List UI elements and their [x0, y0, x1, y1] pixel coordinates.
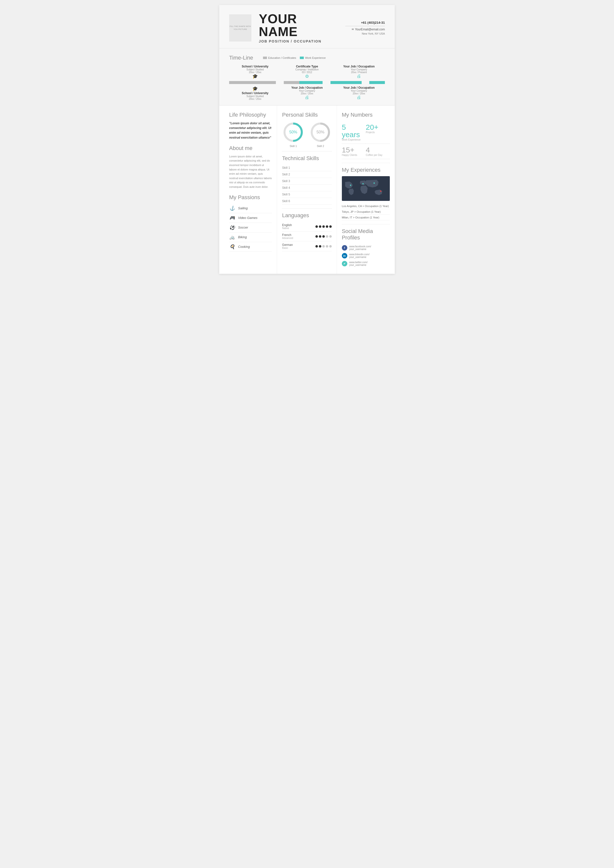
- number-coffee: 4 Coffee per Day: [366, 144, 390, 159]
- timeline-row-bottom: 🎓 School / University Subject Studied 20…: [229, 86, 385, 100]
- avatar-label: FILL THE SHAPE WITH YOU PICTURE: [229, 25, 251, 30]
- timeline-row-top: School / University Subject Studied 20xx…: [229, 65, 385, 79]
- soccer-icon: ⚽: [229, 225, 235, 230]
- exp-location-2: Milan, IT > Occupation (1 Year): [342, 215, 390, 220]
- facebook-url: www.facebook.com/ your_username: [349, 245, 371, 251]
- svg-point-8: [380, 191, 381, 192]
- skill1-label: Skill 1: [282, 144, 304, 147]
- videogames-icon: 🎮: [229, 215, 235, 221]
- number-years-label: Work Experience: [342, 138, 366, 141]
- tl-icon-cert: ⚙: [305, 74, 309, 79]
- tl-item-b1: Your Job / Occupation Your Company 20xx …: [281, 86, 333, 100]
- number-projects: 20+ Projects: [366, 121, 390, 144]
- dot-f-2: [319, 235, 321, 238]
- my-experiences-title: My Experiences: [342, 167, 390, 173]
- tech-skill-1: Skill 2: [282, 171, 331, 178]
- languages-title: Languages: [282, 212, 331, 219]
- exp-location-0: Los Angeles, CA > Occupation (1 Year): [342, 203, 390, 209]
- legend-edu-label: Education / Certificates: [268, 56, 296, 59]
- tech-skill-0: Skill 1: [282, 164, 331, 171]
- tech-skill-5: Skill 6: [282, 198, 331, 205]
- svg-point-5: [350, 184, 351, 186]
- skills-charts: 50% Skill 1 50% Skill 2: [282, 121, 331, 147]
- life-philosophy-title: Life Philosophy: [229, 112, 272, 118]
- tl-item-b2: Your Job / Occupation Your Company 20xx …: [333, 86, 385, 100]
- dot-e-1: [316, 225, 318, 228]
- linkedin-url: www.linkedin.com/ your_username: [349, 253, 370, 259]
- tl-seg-5: [369, 81, 385, 84]
- lang-level-french: Advanced: [282, 237, 293, 239]
- life-quote: "Lorem ipsum dolor sit amet, consectetur…: [229, 121, 272, 140]
- about-me-text: Lorem ipsum dolor sit amet, consectetur …: [229, 154, 272, 189]
- facebook-icon: f: [342, 245, 347, 251]
- col-right: My Numbers 5 years Work Experience 20+ P…: [337, 105, 395, 274]
- timeline-title: Time-Line: [229, 54, 253, 61]
- tl-seg-gap-1: [276, 81, 284, 84]
- dot-e-4: [326, 225, 328, 228]
- passion-cooking: 🍳 Cooking: [229, 242, 272, 252]
- number-coffee-value: 4: [366, 146, 390, 154]
- tl-item-2: Your Job / Occupation Your Company 20xx …: [333, 65, 385, 79]
- email-address: YourEmail@email.com: [355, 28, 385, 31]
- sailing-icon: ⚓: [229, 206, 235, 211]
- dot-g-1: [316, 245, 318, 248]
- contact-info: +61 (403)214-31 ✉ YourEmail@email.com Ne…: [345, 21, 385, 35]
- tl-seg-3: [299, 81, 323, 84]
- divider-1: [282, 151, 331, 152]
- social-facebook: f www.facebook.com/ your_username: [342, 244, 390, 252]
- passion-label-videogames: Video Games: [238, 216, 258, 220]
- lang-german: German Basic: [282, 242, 331, 251]
- tl-icon-job-1: 🖨: [305, 95, 309, 100]
- lang-english: English Native: [282, 222, 331, 231]
- linkedin-icon: in: [342, 253, 347, 259]
- dot-f-4: [326, 235, 328, 238]
- dot-f-3: [322, 235, 325, 238]
- number-clients-value: 15+: [342, 146, 366, 154]
- passion-label-biking: Biking: [238, 235, 247, 239]
- tl-seg-2: [284, 81, 299, 84]
- passion-label-soccer: Soccer: [238, 226, 248, 229]
- lang-french: French Advanced: [282, 231, 331, 242]
- timeline-section: Time-Line Education / Certificates Work …: [219, 48, 395, 105]
- email-row: ✉ YourEmail@email.com: [345, 28, 385, 31]
- dot-g-2: [319, 245, 321, 248]
- social-list: f www.facebook.com/ your_username in www…: [342, 244, 390, 268]
- col-middle: Personal Skills 50% Skill 1: [277, 105, 337, 274]
- tl-item-b0: 🎓 School / University Subject Studied 20…: [229, 86, 281, 100]
- numbers-grid: 5 years Work Experience 20+ Projects 15+…: [342, 121, 390, 159]
- number-projects-label: Projects: [366, 131, 390, 134]
- lang-dots-french: [316, 235, 332, 238]
- map-svg: [342, 176, 390, 201]
- email-icon: ✉: [352, 28, 354, 31]
- biking-icon: 🚲: [229, 234, 235, 240]
- passion-biking: 🚲 Biking: [229, 232, 272, 242]
- legend-edu: Education / Certificates: [263, 56, 296, 59]
- dot-f-5: [329, 235, 332, 238]
- lang-dots-english: [316, 225, 332, 228]
- svg-point-7: [362, 183, 364, 184]
- technical-skills-title: Technical Skills: [282, 155, 331, 161]
- legend-work-box: [300, 57, 304, 59]
- skill2-donut: 50% Skill 2: [309, 121, 331, 147]
- number-years: 5 years Work Experience: [342, 121, 366, 144]
- personal-skills-title: Personal Skills: [282, 112, 331, 118]
- lang-dots-german: [316, 245, 332, 248]
- header-section: FILL THE SHAPE WITH YOU PICTURE YOUR NAM…: [219, 5, 395, 48]
- social-media-title: Social Media Profiles: [342, 228, 390, 241]
- experiences-list: Los Angeles, CA > Occupation (1 Year) To…: [342, 203, 390, 220]
- lang-name-french: French: [282, 233, 293, 237]
- twitter-url: www.twitter.com/ your_username: [349, 261, 368, 267]
- social-linkedin: in www.linkedin.com/ your_username: [342, 252, 390, 260]
- dot-e-3: [322, 225, 325, 228]
- dot-f-1: [316, 235, 318, 238]
- lang-name-english: English: [282, 223, 292, 227]
- resume-document: FILL THE SHAPE WITH YOU PICTURE YOUR NAM…: [219, 5, 395, 274]
- avatar: FILL THE SHAPE WITH YOU PICTURE: [229, 14, 251, 42]
- timeline-legend: Education / Certificates Work Experience: [263, 56, 326, 59]
- passion-sailing: ⚓ Sailing: [229, 204, 272, 213]
- dot-e-2: [319, 225, 321, 228]
- tl-icon-edu-0: 🎓: [252, 74, 258, 79]
- tl-icon-job-2: 🖨: [357, 95, 361, 100]
- donut-1: 50%: [282, 121, 304, 143]
- svg-point-6: [373, 182, 375, 184]
